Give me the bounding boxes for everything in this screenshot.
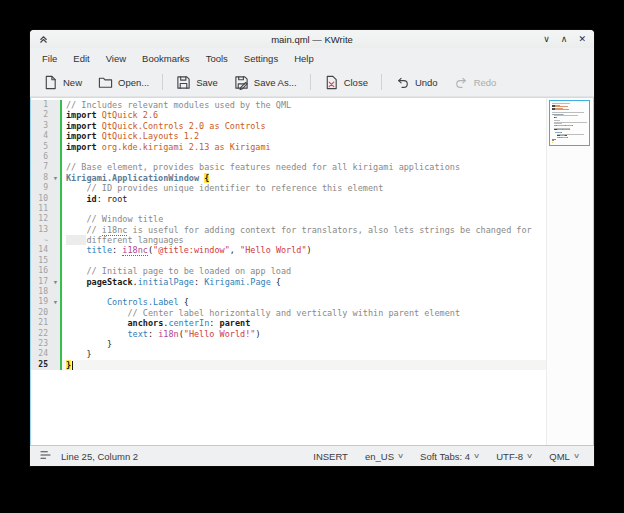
code-text: text: i18n("Hello World!") [62,329,546,339]
code-line[interactable]: 17▼ pageStack.initialPage: Kirigami.Page… [31,277,546,287]
syntax-mode-selector[interactable]: QML∨ [544,449,584,464]
document-outline-icon[interactable] [40,450,51,462]
redo-button[interactable]: Redo [447,71,504,94]
titlebar[interactable]: main.qml — KWrite ∨ ∧ ✕ [30,30,594,48]
undo-button[interactable]: Undo [388,71,445,94]
fold-column [51,152,60,162]
cursor-position-label[interactable]: Line 25, Column 2 [61,451,138,462]
toolbar-button-label: New [63,77,82,88]
code-line[interactable]: 24 } [31,349,546,359]
fold-arrow-icon[interactable]: ▼ [51,297,60,307]
menu-help[interactable]: Help [286,50,322,67]
new-document-icon [43,75,58,90]
toolbar-separator [162,74,163,90]
menu-bookmarks[interactable]: Bookmarks [134,50,198,67]
line-number: 13 [31,225,51,235]
code-line[interactable]: 5import org.kde.kirigami 2.13 as Kirigam… [31,142,546,152]
line-number: 1 [31,100,51,110]
code-text: import org.kde.kirigami 2.13 as Kirigami [62,142,546,152]
new-button[interactable]: New [36,71,89,94]
chevron-down-icon: ∨ [573,452,580,460]
code-text: Kirigami.ApplicationWindow { [62,173,546,183]
code-line[interactable]: 7// Base element, provides basic feature… [31,162,546,172]
fold-column [51,349,60,359]
code-line[interactable]: 23 } [31,339,546,349]
code-line[interactable]: 21 anchors.centerIn: parent [31,318,546,328]
code-line[interactable]: 3import QtQuick.Controls 2.0 as Controls [31,121,546,131]
code-text: } [62,349,546,359]
code-line[interactable]: 14 title: i18nc("@title:window", "Hello … [31,245,546,255]
code-line[interactable]: 6 [31,152,546,162]
code-text: // Includes relevant modules used by the… [62,100,546,110]
code-line[interactable]: 4import QtQuick.Layouts 1.2 [31,131,546,141]
menubar: FileEditViewBookmarksToolsSettingsHelp [30,48,594,68]
save-button[interactable]: Save [169,71,225,94]
fold-arrow-icon[interactable]: ▼ [51,277,60,287]
maximize-button[interactable]: ∧ [561,35,568,44]
code-line[interactable]: 19▼ Controls.Label { [31,297,546,307]
redo-icon [454,75,469,90]
close-button[interactable]: Close [317,71,375,94]
code-line[interactable]: 10 id: root [31,194,546,204]
menu-edit[interactable]: Edit [65,50,97,67]
code-line[interactable]: 22 text: i18n("Hello World!") [31,329,546,339]
kwrite-window: main.qml — KWrite ∨ ∧ ✕ FileEditViewBook… [30,30,594,466]
fold-arrow-icon[interactable]: ▼ [51,173,60,183]
line-number: 21 [31,318,51,328]
line-number: 5 [31,142,51,152]
open-button[interactable]: Open... [91,71,156,94]
code-text [62,152,546,162]
text-cursor [72,361,73,370]
code-text: // ID provides unique identifier to refe… [62,183,546,193]
line-number: 7 [31,162,51,172]
fold-column [51,225,60,235]
code-line[interactable]: 12 // Window title [31,214,546,224]
line-number: 12 [31,214,51,224]
code-line[interactable]: 25} [31,360,546,370]
code-line[interactable]: 18 [31,287,546,297]
chevron-down-icon: ∨ [397,452,404,460]
code-line[interactable]: 15 [31,256,546,266]
line-number: 3 [31,121,51,131]
code-line[interactable]: 13 // i18nc is useful for adding context… [31,225,546,235]
fold-column [51,131,60,141]
toolbar-button-label: Open... [118,77,149,88]
menu-view[interactable]: View [98,50,134,67]
code-line[interactable]: 1// Includes relevant modules used by th… [31,100,546,110]
input-mode-label[interactable]: INSERT [308,449,353,464]
tab-mode-selector[interactable]: Soft Tabs: 4∨ [415,449,484,464]
menu-file[interactable]: File [34,50,65,67]
scrollbar-minimap-track[interactable] [546,98,593,445]
window-title: main.qml — KWrite [30,34,594,45]
fold-column [51,360,60,370]
fold-column [51,245,60,255]
minimize-button[interactable]: ∨ [543,35,550,44]
code-line[interactable]: 16 // Initial page to be loaded on app l… [31,266,546,276]
toolbar-button-label: Undo [415,77,438,88]
code-line[interactable]: 11 [31,204,546,214]
save-as-button[interactable]: Save As... [227,71,304,94]
code-line[interactable]: 8▼Kirigami.ApplicationWindow { [31,173,546,183]
code-line[interactable]: 9 // ID provides unique identifier to re… [31,183,546,193]
fold-column [51,142,60,152]
line-number: 2 [31,110,51,120]
close-button[interactable]: ✕ [578,35,586,44]
code-text: } [62,360,546,370]
line-number: 17 [31,277,51,287]
code-line[interactable]: 2import QtQuick 2.6 [31,110,546,120]
code-text: import QtQuick 2.6 [62,110,546,120]
code-area[interactable]: 1// Includes relevant modules used by th… [31,98,546,445]
line-number: 18 [31,287,51,297]
menu-settings[interactable]: Settings [236,50,286,67]
line-number: 20 [31,308,51,318]
line-number: 11 [31,204,51,214]
code-text: } [62,339,546,349]
minimap-visible-region[interactable] [549,100,590,146]
encoding-selector[interactable]: UTF-8∨ [491,449,537,464]
code-line-wrap[interactable]: ↪ different languages [31,235,546,245]
dictionary-selector[interactable]: en_US∨ [360,449,408,464]
code-line[interactable]: 20 // Center label horizontally and vert… [31,308,546,318]
fold-column [51,308,60,318]
menu-tools[interactable]: Tools [198,50,236,67]
text-editor-view[interactable]: 1// Includes relevant modules used by th… [30,97,594,446]
